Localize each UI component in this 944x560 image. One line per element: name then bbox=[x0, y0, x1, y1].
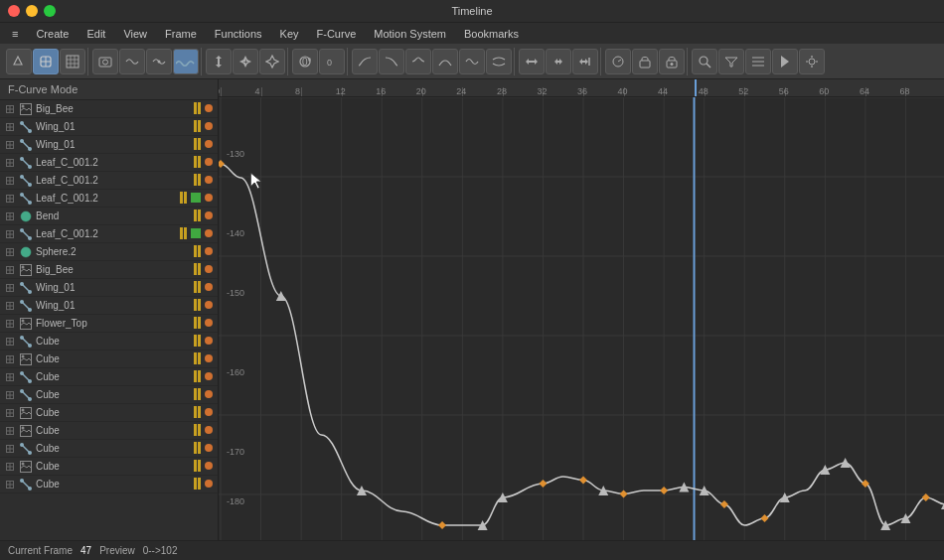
tool-lock1[interactable] bbox=[632, 49, 658, 74]
tool-wave[interactable] bbox=[119, 49, 145, 74]
layer-expand-icon[interactable] bbox=[4, 103, 16, 115]
layer-expand-icon[interactable] bbox=[4, 139, 16, 151]
menu-frame[interactable]: Frame bbox=[157, 26, 205, 42]
layer-row[interactable]: Cube bbox=[0, 368, 218, 386]
layer-controls bbox=[192, 280, 214, 296]
tool-wave2[interactable] bbox=[146, 49, 172, 74]
menu-key[interactable]: Key bbox=[272, 26, 307, 42]
tool-selected[interactable] bbox=[173, 49, 199, 74]
tool-select[interactable] bbox=[33, 49, 59, 74]
layer-row[interactable]: Cube bbox=[0, 404, 218, 422]
layer-dot bbox=[204, 139, 214, 151]
tool-curve-type2[interactable] bbox=[379, 49, 404, 74]
tool-settings2[interactable] bbox=[772, 49, 798, 74]
layer-row[interactable]: Cube bbox=[0, 440, 218, 458]
tool-key-ops3[interactable] bbox=[572, 49, 598, 74]
layer-row[interactable]: Cube bbox=[0, 333, 218, 350]
layer-expand-icon[interactable] bbox=[4, 121, 16, 133]
statusbar: Current Frame 47 Preview 0-->102 bbox=[0, 540, 944, 560]
tool-settings3[interactable] bbox=[799, 49, 825, 74]
tool-key-ops2[interactable] bbox=[546, 49, 571, 74]
maximize-button[interactable] bbox=[44, 5, 56, 17]
layer-row[interactable]: Cube bbox=[0, 476, 218, 493]
tool-key-ops1[interactable] bbox=[519, 49, 545, 74]
fcurve-svg: -130-140-150-160-170-180 bbox=[219, 97, 944, 540]
layer-expand-icon[interactable] bbox=[4, 371, 16, 383]
layer-expand-icon[interactable] bbox=[4, 479, 16, 490]
layer-dot bbox=[204, 443, 214, 455]
layer-expand-icon[interactable] bbox=[4, 246, 16, 258]
menu-edit[interactable]: Edit bbox=[79, 26, 113, 42]
svg-point-195 bbox=[205, 480, 213, 488]
layer-expand-icon[interactable] bbox=[4, 300, 16, 312]
curve-canvas-container[interactable]: -130-140-150-160-170-180 bbox=[219, 97, 944, 540]
menu-view[interactable]: View bbox=[115, 26, 155, 42]
layer-controls bbox=[192, 477, 214, 492]
layer-expand-icon[interactable] bbox=[4, 228, 16, 240]
layer-row[interactable]: Big_Bee bbox=[0, 261, 218, 279]
tool-number[interactable]: 0 bbox=[319, 49, 345, 74]
close-button[interactable] bbox=[8, 5, 20, 17]
layer-row[interactable]: Sphere.2 bbox=[0, 243, 218, 261]
tool-speed[interactable] bbox=[605, 49, 631, 74]
tool-filter[interactable] bbox=[718, 49, 744, 74]
layer-row[interactable]: Wing_01 bbox=[0, 297, 218, 315]
tool-camera[interactable] bbox=[92, 49, 118, 74]
layer-expand-icon[interactable] bbox=[4, 389, 16, 401]
layer-name-label: Big_Bee bbox=[36, 103, 189, 114]
layer-expand-icon[interactable] bbox=[4, 461, 16, 473]
menu-motion-system[interactable]: Motion System bbox=[366, 26, 454, 42]
layer-list[interactable]: Big_BeeWing_01Wing_01Leaf_C_001.2Leaf_C_… bbox=[0, 100, 218, 540]
tool-add-key[interactable]: + bbox=[233, 49, 258, 74]
layer-dot bbox=[204, 461, 214, 473]
layer-row[interactable]: Cube bbox=[0, 458, 218, 476]
layer-expand-icon[interactable] bbox=[4, 210, 16, 222]
menu-functions[interactable]: Functions bbox=[207, 26, 270, 42]
tool-curve-type3[interactable] bbox=[405, 49, 431, 74]
layer-expand-icon[interactable] bbox=[4, 282, 16, 294]
tool-curve-type1[interactable] bbox=[352, 49, 378, 74]
layer-row[interactable]: Wing_01 bbox=[0, 136, 218, 154]
layer-expand-icon[interactable] bbox=[4, 264, 16, 276]
layer-row[interactable]: Cube bbox=[0, 350, 218, 368]
layer-row[interactable]: Wing_01 bbox=[0, 279, 218, 297]
tool-settings1[interactable] bbox=[745, 49, 771, 74]
layer-row[interactable]: Leaf_C_001.2 bbox=[0, 154, 218, 172]
layer-expand-icon[interactable] bbox=[4, 175, 16, 187]
layer-row[interactable]: Flower_Top bbox=[0, 315, 218, 333]
layer-expand-icon[interactable] bbox=[4, 318, 16, 330]
tool-rotation[interactable]: 0° bbox=[292, 49, 318, 74]
layer-expand-icon[interactable] bbox=[4, 425, 16, 437]
menu-create[interactable]: Create bbox=[28, 26, 77, 42]
layer-expand-icon[interactable] bbox=[4, 157, 16, 169]
layer-row[interactable]: Cube bbox=[0, 422, 218, 440]
minimize-button[interactable] bbox=[26, 5, 38, 17]
tool-draw[interactable] bbox=[6, 49, 32, 74]
layer-expand-icon[interactable] bbox=[4, 407, 16, 419]
tool-search[interactable] bbox=[692, 49, 717, 74]
tool-curve-type5[interactable] bbox=[459, 49, 485, 74]
tool-curve-type4[interactable] bbox=[432, 49, 458, 74]
svg-marker-231 bbox=[579, 477, 587, 485]
tool-lock2[interactable] bbox=[659, 49, 685, 74]
tool-shift[interactable] bbox=[259, 49, 285, 74]
menu-hamburger[interactable]: ≡ bbox=[4, 26, 26, 42]
layer-row[interactable]: Bend bbox=[0, 208, 218, 225]
tool-move1[interactable] bbox=[206, 49, 232, 74]
layer-expand-icon[interactable] bbox=[4, 193, 16, 205]
layer-row[interactable]: Big_Bee bbox=[0, 100, 218, 118]
tool-grid[interactable] bbox=[60, 49, 85, 74]
layer-row[interactable]: Wing_01 bbox=[0, 118, 218, 136]
layer-expand-icon[interactable] bbox=[4, 443, 16, 455]
tool-curve-type6[interactable] bbox=[486, 49, 512, 74]
svg-point-127 bbox=[20, 336, 24, 340]
menu-fcurve[interactable]: F-Curve bbox=[309, 26, 365, 42]
layer-expand-icon[interactable] bbox=[4, 353, 16, 365]
menu-bookmarks[interactable]: Bookmarks bbox=[456, 26, 527, 42]
layer-row[interactable]: Leaf_C_001.2 bbox=[0, 190, 218, 208]
layer-row[interactable]: Leaf_C_001.2 bbox=[0, 172, 218, 190]
layer-row[interactable]: Leaf_C_001.2 bbox=[0, 225, 218, 243]
svg-point-27 bbox=[205, 104, 213, 112]
layer-row[interactable]: Cube bbox=[0, 386, 218, 404]
layer-expand-icon[interactable] bbox=[4, 336, 16, 348]
